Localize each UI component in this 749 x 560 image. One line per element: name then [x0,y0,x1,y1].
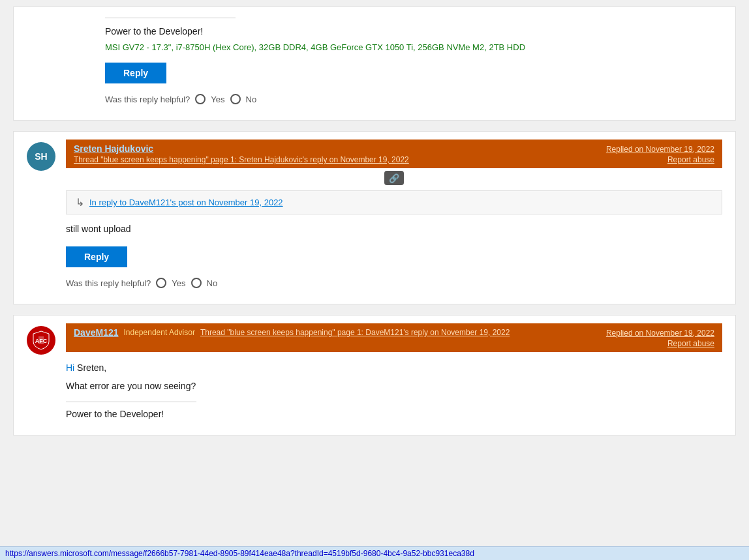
reply-button-1[interactable]: Reply [105,63,166,83]
no-label-1: No [246,95,257,104]
badge-3: Independent Advisor [124,328,195,337]
post-card-2: SH Sreten Hajdukovic Thread "blue screen… [13,131,736,304]
yes-radio-1[interactable] [195,94,206,104]
reply-to-row-2: ↳ In reply to DaveM121's post on Novembe… [66,190,722,214]
avatar-2: SH [27,142,55,171]
svg-text:AFC: AFC [35,338,48,344]
greeting-hi-3: Hi [66,362,74,373]
username-link-2[interactable]: Sreten Hajdukovic [74,143,409,154]
yes-label-2: Yes [172,278,185,288]
thread-link-2[interactable]: Thread "blue screen keeps happening" pag… [74,155,409,164]
post-card-3: AFC DaveM121 Independent Advisor Thread … [13,315,736,435]
post-body-3: Hi Sreten, What error are you now seeing… [66,353,722,424]
reply-to-link-2[interactable]: In reply to DaveM121's post on November … [89,198,283,207]
divider-3 [66,402,196,402]
yes-label-1: Yes [211,95,224,104]
replied-date-2[interactable]: Replied on November 19, 2022 [606,145,714,154]
power-text: Power to the Developer! [105,25,722,38]
post-banner-3: DaveM121 Independent Advisor Thread "blu… [66,323,722,352]
body-line1-3: What error are you now seeing? [66,381,722,391]
post-content-3: DaveM121 Independent Advisor Thread "blu… [66,316,735,435]
yes-radio-2[interactable] [156,278,166,288]
link-icon-2: 🔗 [389,173,399,183]
banner-right-3: Replied on November 19, 2022 Report abus… [606,327,714,348]
specs-text: MSI GV72 - 17.3", i7-8750H (Hex Core), 3… [105,42,722,52]
link-icon-row-2: 🔗 [66,171,722,185]
greeting-name-3: Sreten, [74,362,106,373]
no-label-2: No [207,278,218,288]
replied-date-3[interactable]: Replied on November 19, 2022 [606,329,714,338]
helpful-row-2: Was this reply helpful? Yes No [66,278,722,293]
no-radio-1[interactable] [230,94,241,104]
avatar-initials-2: SH [35,151,47,162]
shield-icon-3: AFC [31,330,52,351]
report-abuse-3[interactable]: Report abuse [606,339,714,348]
helpful-row-1: Was this reply helpful? Yes No [105,94,722,110]
helpful-label-1: Was this reply helpful? [105,95,190,104]
post-card-1: Power to the Developer! MSI GV72 - 17.3"… [13,7,736,121]
greeting-3: Hi Sreten, [66,362,722,373]
username-link-3[interactable]: DaveM121 [74,327,119,338]
reply-button-2[interactable]: Reply [66,246,127,267]
reply-arrow-2: ↳ [76,196,84,209]
no-radio-2[interactable] [191,278,202,288]
status-bar: https://answers.microsoft.com/message/f2… [0,546,749,560]
avatar-3: AFC [27,326,55,355]
thread-link-3[interactable]: Thread "blue screen keeps happening" pag… [200,328,510,337]
post-banner-2: Sreten Hajdukovic Thread "blue screen ke… [66,140,722,168]
power-text-3: Power to the Developer! [66,409,722,419]
report-abuse-2[interactable]: Report abuse [606,155,714,164]
helpful-label-2: Was this reply helpful? [66,278,151,288]
link-icon-btn-2[interactable]: 🔗 [384,171,404,185]
banner-left-2: Sreten Hajdukovic Thread "blue screen ke… [74,143,409,164]
avatar-col-3: AFC [14,316,66,435]
avatar-col-2: SH [14,132,66,304]
banner-left-3: DaveM121 Independent Advisor Thread "blu… [74,327,510,338]
status-url: https://answers.microsoft.com/message/f2… [5,549,474,558]
post-content-2: Sreten Hajdukovic Thread "blue screen ke… [66,132,735,304]
post-body-2: still wont upload [66,222,722,236]
banner-right-2: Replied on November 19, 2022 Report abus… [606,143,714,164]
divider [105,18,236,18]
